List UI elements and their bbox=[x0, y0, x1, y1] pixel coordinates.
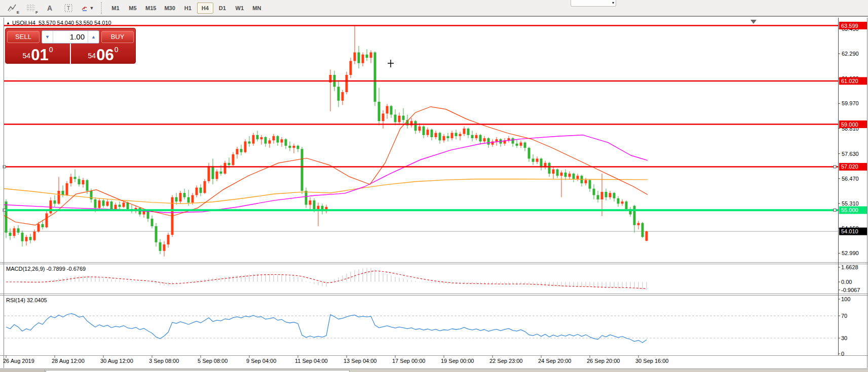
candle bbox=[390, 106, 393, 115]
text-icon[interactable]: T bbox=[60, 2, 77, 15]
candle bbox=[646, 231, 648, 241]
candle bbox=[94, 199, 97, 208]
timeframe-d1[interactable]: D1 bbox=[214, 3, 231, 14]
candle bbox=[435, 133, 437, 137]
sell-button[interactable]: SELL bbox=[7, 31, 40, 43]
candle bbox=[74, 177, 77, 179]
font-icon[interactable]: A bbox=[42, 2, 58, 15]
sell-price[interactable]: 54 01 0 bbox=[6, 44, 71, 64]
candle bbox=[346, 75, 348, 92]
volume-stepper: ▼ ▲ bbox=[42, 30, 99, 44]
candle bbox=[179, 193, 182, 201]
rsi-tick-label: 70 bbox=[841, 313, 847, 319]
symbol-ohlc-line: ▲USOil,H4 53.570 54.040 53.550 54.010 bbox=[6, 20, 111, 26]
macd-tick-label: -0.9067 bbox=[841, 287, 860, 293]
candle bbox=[601, 192, 603, 199]
candle bbox=[240, 149, 243, 152]
timeframe-w1[interactable]: W1 bbox=[232, 3, 248, 14]
price-tick-label: 62.290 bbox=[842, 51, 859, 57]
level-handle[interactable] bbox=[834, 166, 836, 168]
candle bbox=[187, 197, 190, 203]
candle bbox=[313, 200, 316, 209]
candle bbox=[196, 188, 198, 195]
price-tick-label: 57.630 bbox=[842, 151, 859, 157]
candle bbox=[248, 141, 251, 143]
time-tick-label: 13 Sep 04:00 bbox=[344, 358, 376, 364]
candle bbox=[301, 149, 304, 191]
candle bbox=[439, 133, 441, 141]
candle bbox=[573, 174, 575, 179]
candle bbox=[305, 191, 308, 205]
timeframe-m15[interactable]: M15 bbox=[142, 3, 160, 14]
indicators-icon[interactable]: E bbox=[4, 2, 20, 15]
candle bbox=[520, 143, 522, 146]
candle bbox=[256, 135, 259, 139]
buy-button[interactable]: BUY bbox=[101, 31, 134, 43]
level-handle[interactable] bbox=[834, 209, 836, 212]
level-handle[interactable] bbox=[3, 166, 6, 168]
chevron-down-icon: ▾ bbox=[612, 1, 614, 5]
candle bbox=[102, 200, 105, 206]
timeframe-m30[interactable]: M30 bbox=[161, 3, 178, 14]
candle bbox=[127, 202, 129, 209]
timeframe-h1[interactable]: H1 bbox=[180, 3, 196, 14]
level-handle[interactable] bbox=[3, 209, 6, 212]
toolbar-overflow-button[interactable]: ▾ bbox=[571, 0, 616, 7]
candle bbox=[593, 189, 595, 195]
candle bbox=[617, 198, 620, 204]
time-tick-label: 30 Sep 16:00 bbox=[635, 358, 668, 364]
candle bbox=[374, 53, 376, 102]
price-level-badge-text: 61.020 bbox=[841, 78, 858, 84]
rsi-tick-label: 0 bbox=[841, 351, 844, 357]
chart-canvas[interactable]: 63.45062.29061.13059.97058.81057.63056.4… bbox=[0, 17, 868, 368]
volume-input[interactable] bbox=[53, 31, 88, 43]
candle bbox=[25, 237, 28, 241]
candle bbox=[155, 226, 158, 242]
time-tick-label: 24 Sep 20:00 bbox=[538, 358, 571, 364]
rsi-tick-label: 30 bbox=[841, 335, 847, 341]
timeframe-h4[interactable]: H4 bbox=[197, 3, 213, 14]
candle bbox=[479, 135, 482, 142]
candle bbox=[382, 113, 385, 121]
candle bbox=[532, 158, 535, 161]
candle bbox=[82, 180, 85, 184]
candle bbox=[17, 228, 20, 232]
candle bbox=[459, 134, 462, 136]
timeframe-mn[interactable]: MN bbox=[249, 3, 265, 14]
candle bbox=[21, 233, 24, 241]
candle bbox=[366, 55, 368, 58]
candle bbox=[13, 228, 16, 236]
candle bbox=[269, 140, 271, 143]
candle bbox=[115, 205, 117, 209]
candle bbox=[260, 137, 263, 139]
toolbar: EFAT▼ M1M5M15M30H1H4D1W1MN ▾ bbox=[0, 0, 868, 16]
volume-increase-button[interactable]: ▲ bbox=[88, 31, 99, 43]
objects-icon[interactable]: ▼ bbox=[79, 2, 95, 15]
one-click-trade-panel: SELL ▼ ▲ BUY 54 01 0 54 06 0 bbox=[5, 28, 136, 64]
timeframe-m5[interactable]: M5 bbox=[125, 3, 141, 14]
candle bbox=[548, 163, 551, 174]
candle bbox=[309, 200, 312, 204]
panel-collapse-icon[interactable]: ▲ bbox=[6, 21, 10, 25]
candle bbox=[613, 193, 616, 198]
candle bbox=[42, 224, 44, 227]
time-tick-label: 3 Sep 08:00 bbox=[149, 358, 179, 364]
rsi-tick-label: 100 bbox=[841, 296, 850, 302]
time-tick-label: 17 Sep 00:00 bbox=[392, 358, 425, 364]
candle bbox=[362, 55, 364, 63]
buy-price[interactable]: 54 06 0 bbox=[71, 44, 135, 64]
price-level-badge-text: 59.000 bbox=[841, 121, 858, 128]
time-tick-label: 22 Sep 23:00 bbox=[489, 358, 522, 364]
candle bbox=[625, 201, 628, 209]
candle bbox=[496, 139, 498, 141]
candle bbox=[589, 180, 591, 189]
volume-decrease-button[interactable]: ▼ bbox=[42, 31, 53, 43]
grid-icon[interactable]: F bbox=[23, 2, 39, 15]
candle bbox=[277, 136, 279, 143]
candle bbox=[29, 237, 32, 240]
timeframe-m1[interactable]: M1 bbox=[107, 3, 124, 14]
price-tick-label: 55.310 bbox=[842, 200, 859, 206]
candle bbox=[475, 135, 478, 138]
time-tick-label: 30 Aug 12:00 bbox=[100, 358, 133, 364]
candle bbox=[265, 137, 267, 144]
